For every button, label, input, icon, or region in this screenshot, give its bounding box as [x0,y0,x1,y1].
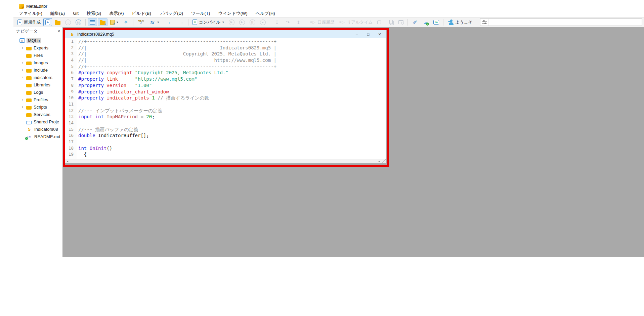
step-over-button[interactable] [283,18,293,26]
function-wizard-button[interactable] [147,18,161,26]
menu-item[interactable]: 検索(S) [83,10,105,17]
scroll-left-icon[interactable] [65,159,70,163]
menu-item[interactable]: ファイル(F) [15,10,46,17]
menu-item[interactable]: ウィンドウ(W) [214,10,251,17]
code-line: 2//| Indicators0829.mq5 | [65,45,386,51]
tree-item-profiles[interactable]: Profiles [15,96,62,103]
debug-history-button[interactable] [237,18,247,26]
paste-button[interactable] [108,18,120,26]
new-file-toggle[interactable] [43,18,52,26]
line-number: 14 [65,120,77,126]
menu-item[interactable]: デバッグ(D) [155,10,187,17]
line-number: 9 [65,89,77,95]
compile-button[interactable]: コンパイル [190,18,226,26]
chevron-right-icon[interactable] [20,105,25,109]
navigator-toggle[interactable] [88,18,97,26]
line-number: 7 [65,76,77,82]
toolbox-toggle[interactable] [98,18,108,26]
tree-item-scripts[interactable]: Scripts [15,103,62,111]
line-number: 19 [65,151,77,158]
tree-item-logs[interactable]: Logs [15,88,62,96]
code-token: ; [152,114,155,119]
tree-item-indicators08[interactable]: Indicators08 [15,125,62,133]
navigator-tree: MQL5ExpertsFilesImagesIncludeindicatorsL… [15,35,62,140]
styler-brush-button[interactable] [410,18,420,26]
menu-item[interactable]: ビルド(B) [128,10,155,17]
tree-item-label: indicators [34,75,52,80]
code-text: #property link "https://www.mql5.com" [77,76,197,82]
close-button[interactable]: ✕ [376,32,383,37]
toolbar-separator [133,19,133,26]
back-button[interactable] [165,18,175,26]
tree-item-label: Profiles [34,97,48,102]
maximize-button[interactable]: □ [365,32,372,37]
tree-root-mql5[interactable]: MQL5 [15,37,62,44]
filter-sliders-icon[interactable] [480,19,488,26]
save-button[interactable] [63,18,73,26]
menu-item[interactable]: Git [69,10,83,16]
debug-start-button[interactable] [227,18,237,26]
styler-button[interactable] [121,18,131,26]
line-number: 8 [65,82,77,89]
account-history-button[interactable]: 口座履歴 [308,18,337,26]
scrollbar-track[interactable] [70,159,377,163]
forward-button[interactable] [176,18,186,26]
code-token [132,70,135,75]
page-plus-icon [45,19,50,25]
open-file-button[interactable] [53,18,62,26]
cloud-check-icon [423,19,429,25]
window-search-button[interactable] [396,18,405,26]
toolbar-separator [443,19,443,26]
code-line: 10#property indicator_plots 1 // 描画するライン… [65,95,386,101]
resize-grip[interactable] [382,159,386,163]
pause-button[interactable] [248,18,257,26]
welcome-button[interactable]: ようこそ [445,18,474,26]
navigator-close-icon[interactable]: ✕ [57,29,60,34]
chevron-right-icon[interactable] [20,68,25,72]
code-token: double [78,133,95,138]
variable-wizard-button[interactable] [135,18,147,26]
code-text: //--- 描画バッファの定義 [77,126,138,133]
menu-item[interactable]: ツール(T) [187,10,214,17]
tree-item-indicators[interactable]: indicators [15,74,62,81]
cloud-protect-button[interactable] [421,18,431,26]
menu-item[interactable]: 表示(V) [105,10,128,17]
list-play-icon [310,19,316,25]
tree-item-include[interactable]: Include [15,66,62,74]
menu-item[interactable]: ヘルプ(H) [252,10,279,17]
step-out-button[interactable] [294,18,304,26]
restore-files-button[interactable] [74,18,83,26]
tree-item-files[interactable]: Files [15,51,62,59]
horizontal-scrollbar[interactable] [65,159,386,163]
code-token: IndicatorBuffer[]; [95,133,149,138]
code-line: 18int OnInit() [65,145,386,152]
editor-titlebar[interactable]: Indicators0829.mq5 –□✕ [65,30,386,38]
tree-item-libraries[interactable]: Libraries [15,81,62,88]
tree-item-experts[interactable]: Experts [15,44,62,51]
code-editor[interactable]: 1//+------------------------------------… [65,38,386,159]
folder-open-icon [55,21,60,25]
community-button[interactable] [431,18,441,26]
tree-item-services[interactable]: Services [15,111,62,118]
realtime-button[interactable]: リアルタイム [337,18,375,26]
menu-item[interactable]: 編集(E) [46,10,69,17]
code-line: 6#property copyright "Copyright 2025, Me… [65,70,386,76]
chevron-right-icon[interactable] [20,97,25,102]
minimize-button[interactable]: – [353,32,360,37]
new-file-button[interactable]: 新規作成 [15,18,43,26]
step-into-button[interactable] [272,18,282,26]
chevron-right-icon[interactable] [20,45,25,50]
stop-button[interactable] [258,18,268,26]
chevron-right-icon[interactable] [20,60,25,65]
profiler-stop-button[interactable] [375,18,383,26]
search-input[interactable] [488,19,642,26]
scroll-right-icon[interactable] [377,159,382,163]
tree-item-shared-proje[interactable]: Shared Proje [15,118,62,125]
tree-root-label: MQL5 [27,38,41,43]
tree-item-images[interactable]: Images [15,59,62,66]
community-window-icon [433,20,439,25]
clipboard-arrow-icon [110,20,115,25]
copy-button[interactable] [387,18,396,26]
chevron-right-icon[interactable] [20,75,25,80]
tree-item-readme-md[interactable]: README.md [15,133,62,140]
